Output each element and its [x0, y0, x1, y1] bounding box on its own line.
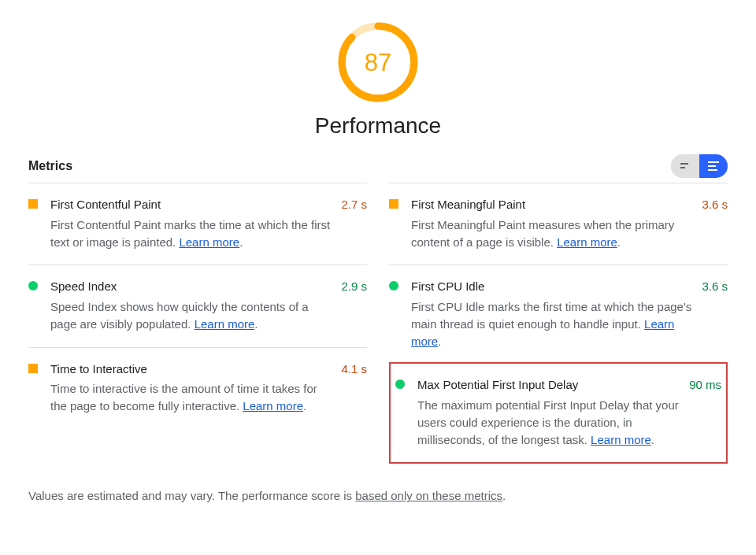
- learn-more-link[interactable]: Learn more: [591, 433, 651, 446]
- metric-name: Max Potential First Input Delay: [417, 376, 683, 394]
- metric-description: Time to interactive is the amount of tim…: [50, 380, 335, 415]
- metric-value: 3.6 s: [702, 278, 728, 350]
- metric-description: Speed Index shows how quickly the conten…: [50, 298, 335, 333]
- status-indicator: [389, 199, 398, 209]
- metrics-column-left: First Contentful PaintFirst Contentful P…: [28, 183, 367, 464]
- gauge-score: 87: [365, 49, 392, 76]
- metric-name: First CPU Idle: [411, 278, 695, 295]
- metric-description: The maximum potential First Input Delay …: [417, 397, 683, 448]
- metric-description: First Contentful Paint marks the time at…: [50, 216, 335, 251]
- view-toggle-expanded[interactable]: [699, 154, 728, 178]
- metric-value: 4.1 s: [341, 361, 367, 415]
- svg-rect-4: [708, 161, 719, 163]
- view-toggle-compact[interactable]: [671, 154, 699, 178]
- metric-description: First CPU Idle marks the first time at w…: [411, 298, 695, 350]
- footnote-suffix: .: [502, 489, 506, 502]
- footnote: Values are estimated and may vary. The p…: [28, 478, 728, 502]
- status-indicator: [28, 364, 38, 373]
- svg-rect-6: [708, 169, 717, 171]
- metric-card: Speed IndexSpeed Index shows how quickly…: [28, 265, 367, 346]
- metric-name: First Contentful Paint: [50, 196, 335, 213]
- learn-more-link[interactable]: Learn more: [179, 235, 239, 249]
- metric-body: First Contentful PaintFirst Contentful P…: [50, 196, 335, 250]
- metric-value: 3.6 s: [702, 196, 728, 250]
- learn-more-link[interactable]: Learn more: [243, 399, 303, 413]
- lines-long-icon: [707, 161, 720, 172]
- metric-description: First Meaningful Paint measures when the…: [411, 216, 695, 251]
- category-title: Performance: [315, 113, 441, 139]
- metric-value: 2.9 s: [341, 278, 367, 332]
- status-indicator: [28, 199, 38, 209]
- status-indicator: [395, 379, 405, 389]
- metrics-heading: Metrics: [28, 159, 72, 173]
- metric-card: Max Potential First Input DelayThe maxim…: [389, 362, 728, 464]
- metric-description-text: Speed Index shows how quickly the conten…: [50, 300, 309, 331]
- metric-body: Speed IndexSpeed Index shows how quickly…: [50, 278, 335, 332]
- metrics-column-right: First Meaningful PaintFirst Meaningful P…: [389, 183, 728, 464]
- metric-value: 2.7 s: [341, 196, 367, 250]
- learn-more-link[interactable]: Learn more: [557, 235, 617, 249]
- metric-value: 90 ms: [689, 376, 721, 448]
- metric-card: First Contentful PaintFirst Contentful P…: [28, 183, 367, 265]
- gauge: 87: [335, 19, 421, 105]
- metric-name: Speed Index: [50, 278, 335, 295]
- footnote-prefix: Values are estimated and may vary. The p…: [28, 489, 355, 502]
- status-indicator: [389, 281, 398, 290]
- metric-name: Time to Interactive: [50, 361, 335, 378]
- view-toggle[interactable]: [671, 154, 728, 178]
- metric-card: First CPU IdleFirst CPU Idle marks the f…: [389, 265, 728, 364]
- svg-rect-3: [680, 167, 685, 168]
- metric-body: First CPU IdleFirst CPU Idle marks the f…: [411, 278, 695, 350]
- performance-gauge-section: 87 Performance: [28, 19, 728, 139]
- footnote-link[interactable]: based only on these metrics: [355, 489, 502, 502]
- svg-rect-5: [708, 165, 716, 167]
- status-indicator: [28, 281, 38, 290]
- learn-more-link[interactable]: Learn more: [195, 317, 255, 331]
- lines-short-icon: [679, 161, 691, 171]
- svg-rect-2: [680, 163, 688, 165]
- metric-description-text: First Meaningful Paint measures when the…: [411, 218, 674, 249]
- metrics-grid: First Contentful PaintFirst Contentful P…: [28, 183, 728, 464]
- metric-name: First Meaningful Paint: [411, 196, 695, 213]
- metric-body: Max Potential First Input DelayThe maxim…: [417, 376, 683, 448]
- metric-card: First Meaningful PaintFirst Meaningful P…: [389, 183, 728, 265]
- metric-body: Time to InteractiveTime to interactive i…: [50, 361, 335, 415]
- metric-card: Time to InteractiveTime to interactive i…: [28, 347, 367, 429]
- metric-body: First Meaningful PaintFirst Meaningful P…: [411, 196, 695, 250]
